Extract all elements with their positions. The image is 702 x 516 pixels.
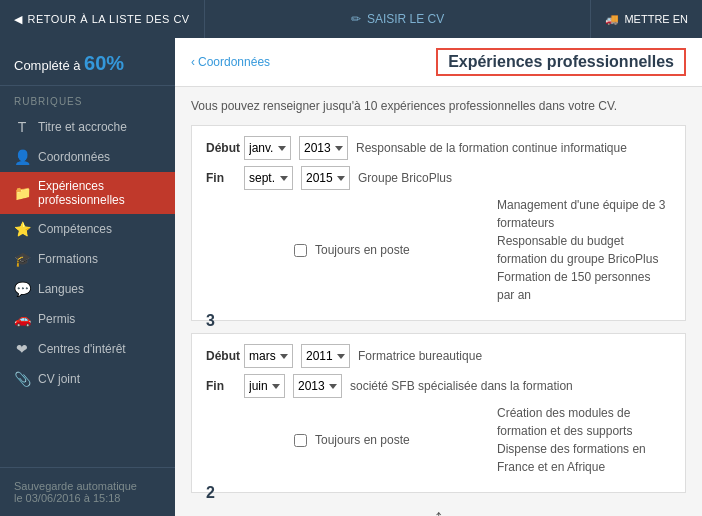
page-title: Expériences professionnelles: [436, 48, 686, 76]
sidebar-icon-titre: T: [14, 119, 30, 135]
debut-row: Début mars 2011 Formatrice bureautique: [206, 344, 671, 368]
progress-percentage: 60%: [84, 52, 124, 74]
nav-right: 🚚 METTRE EN: [590, 0, 702, 38]
sidebar-item-label-permis: Permis: [38, 312, 75, 326]
fin-month-select[interactable]: sept.: [244, 166, 293, 190]
sidebar-footer: Sauvegarde automatique le 03/06/2016 à 1…: [0, 467, 175, 516]
intro-text: Vous pouvez renseigner jusqu'à 10 expéri…: [191, 99, 686, 113]
description-text: Création des modules de formation et des…: [497, 404, 671, 476]
nav-center-label: SAISIR LE CV: [367, 12, 444, 26]
debut-month-select[interactable]: janv.: [244, 136, 291, 160]
arrow-indicator: ↑: [191, 505, 686, 516]
sidebar-item-langues[interactable]: 💬 Langues: [0, 274, 175, 304]
sidebar-item-label-langues: Langues: [38, 282, 84, 296]
toujours-checkbox[interactable]: [294, 434, 307, 447]
content-area: ‹ Coordonnées Expériences professionnell…: [175, 38, 702, 516]
sidebar-item-permis[interactable]: 🚗 Permis: [0, 304, 175, 334]
nav-back-button[interactable]: ◀ RETOUR À LA LISTE DES CV: [0, 0, 205, 38]
content-header: ‹ Coordonnées Expériences professionnell…: [175, 38, 702, 87]
description-text: Management d'une équipe de 3 formateursR…: [497, 196, 671, 304]
entreprise-text: Groupe BricoPlus: [358, 171, 671, 185]
fin-month-select[interactable]: juin: [244, 374, 285, 398]
chevron-left-icon: ‹: [191, 55, 195, 69]
breadcrumb-back-button[interactable]: ‹ Coordonnées: [191, 55, 270, 69]
toujours-checkbox[interactable]: [294, 244, 307, 257]
poste-text: Formatrice bureautique: [358, 349, 671, 363]
app-container: ◀ RETOUR À LA LISTE DES CV ✏ SAISIR LE C…: [0, 0, 702, 516]
fin-label: Fin: [206, 171, 236, 185]
sidebar-icon-cv-joint: 📎: [14, 371, 30, 387]
toujours-label: Toujours en poste: [315, 433, 489, 447]
exp-number-badge: 3: [206, 312, 215, 330]
top-nav: ◀ RETOUR À LA LISTE DES CV ✏ SAISIR LE C…: [0, 0, 702, 38]
sidebar-item-label-coordonnees: Coordonnées: [38, 150, 110, 164]
sidebar-icon-experiences: 📁: [14, 185, 30, 201]
sidebar-icon-coordonnees: 👤: [14, 149, 30, 165]
fin-label: Fin: [206, 379, 236, 393]
fin-year-select[interactable]: 2013: [293, 374, 342, 398]
pencil-icon: ✏: [351, 12, 361, 26]
sidebar-item-centres[interactable]: ❤ Centres d'intérêt: [0, 334, 175, 364]
sidebar-icon-competences: ⭐: [14, 221, 30, 237]
exp-number-badge: 2: [206, 484, 215, 502]
chevron-left-icon: ◀: [14, 13, 23, 26]
fin-row: Fin sept. 2015 Groupe BricoPlus: [206, 166, 671, 190]
footer-line2: le 03/06/2016 à 15:18: [14, 492, 161, 504]
debut-row: Début janv. 2013 Responsable de la forma…: [206, 136, 671, 160]
fin-year-select[interactable]: 2015: [301, 166, 350, 190]
sidebar-section-title: RUBRIQUES: [0, 86, 175, 112]
fin-row: Fin juin 2013 société SFB spécialisée da…: [206, 374, 671, 398]
sidebar-item-cv-joint[interactable]: 📎 CV joint: [0, 364, 175, 394]
footer-line1: Sauvegarde automatique: [14, 480, 161, 492]
experience-block-2: Début mars 2011 Formatrice bureautique F…: [191, 333, 686, 493]
experience-blocks: Début janv. 2013 Responsable de la forma…: [191, 125, 686, 493]
experience-block-3: Début janv. 2013 Responsable de la forma…: [191, 125, 686, 321]
debut-year-select[interactable]: 2011: [301, 344, 350, 368]
nav-center: ✏ SAISIR LE CV: [205, 12, 591, 26]
sidebar-icon-permis: 🚗: [14, 311, 30, 327]
sidebar-icon-formations: 🎓: [14, 251, 30, 267]
breadcrumb-label: Coordonnées: [198, 55, 270, 69]
sidebar-item-label-competences: Compétences: [38, 222, 112, 236]
entreprise-text: société SFB spécialisée dans la formatio…: [350, 379, 671, 393]
sidebar-icon-langues: 💬: [14, 281, 30, 297]
sidebar-item-label-centres: Centres d'intérêt: [38, 342, 126, 356]
progress-label: Complété à: [14, 58, 80, 73]
sidebar-item-label-experiences: Expériences professionnelles: [38, 179, 161, 207]
sidebar-item-label-cv-joint: CV joint: [38, 372, 80, 386]
sidebar-item-label-titre: Titre et accroche: [38, 120, 127, 134]
sidebar-item-titre[interactable]: T Titre et accroche: [0, 112, 175, 142]
sidebar-item-coordonnees[interactable]: 👤 Coordonnées: [0, 142, 175, 172]
sidebar-items: T Titre et accroche👤 Coordonnées📁 Expéri…: [0, 112, 175, 394]
debut-label: Début: [206, 141, 236, 155]
toujours-row: Toujours en poste Management d'une équip…: [206, 196, 671, 304]
sidebar-item-experiences[interactable]: 📁 Expériences professionnelles: [0, 172, 175, 214]
sidebar-item-formations[interactable]: 🎓 Formations: [0, 244, 175, 274]
sidebar-icon-centres: ❤: [14, 341, 30, 357]
sidebar-progress: Complété à 60%: [0, 38, 175, 86]
main-area: Complété à 60% RUBRIQUES T Titre et accr…: [0, 38, 702, 516]
toujours-label: Toujours en poste: [315, 243, 489, 257]
debut-year-select[interactable]: 2013: [299, 136, 348, 160]
debut-month-select[interactable]: mars: [244, 344, 293, 368]
nav-back-label: RETOUR À LA LISTE DES CV: [28, 13, 190, 25]
nav-right-label: METTRE EN: [624, 13, 688, 25]
sidebar-item-label-formations: Formations: [38, 252, 98, 266]
sidebar-item-competences[interactable]: ⭐ Compétences: [0, 214, 175, 244]
poste-text: Responsable de la formation continue inf…: [356, 141, 671, 155]
debut-label: Début: [206, 349, 236, 363]
truck-icon: 🚚: [605, 13, 619, 26]
toujours-row: Toujours en poste Création des modules d…: [206, 404, 671, 476]
content-body: Vous pouvez renseigner jusqu'à 10 expéri…: [175, 87, 702, 516]
sidebar: Complété à 60% RUBRIQUES T Titre et accr…: [0, 38, 175, 516]
